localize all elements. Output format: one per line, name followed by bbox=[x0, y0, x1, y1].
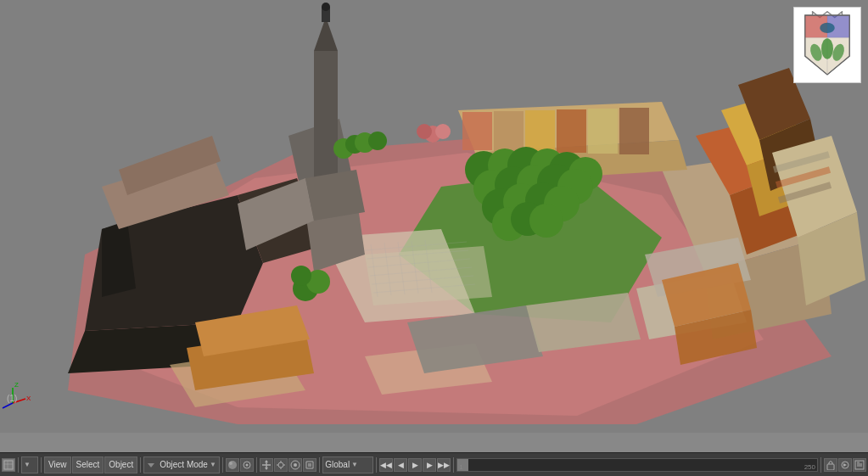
separator-4 bbox=[222, 457, 223, 473]
timeline-rewind-icon[interactable]: ◀◀ bbox=[379, 458, 393, 472]
svg-marker-113 bbox=[265, 468, 268, 470]
svg-point-67 bbox=[435, 124, 451, 139]
svg-marker-112 bbox=[265, 460, 268, 462]
separator-5 bbox=[256, 457, 257, 473]
frame-markers: 1 250 bbox=[457, 459, 817, 471]
svg-rect-102 bbox=[4, 461, 13, 469]
svg-marker-17 bbox=[305, 170, 365, 221]
separator-8 bbox=[453, 457, 454, 473]
svg-point-98 bbox=[821, 38, 833, 59]
svg-rect-12 bbox=[314, 51, 338, 178]
proportional-icon[interactable] bbox=[288, 458, 302, 472]
select-menu[interactable]: Select bbox=[72, 456, 104, 473]
svg-point-106 bbox=[228, 461, 237, 469]
svg-point-107 bbox=[229, 462, 232, 465]
object-menu[interactable]: Object bbox=[104, 456, 137, 473]
separator-1 bbox=[18, 457, 19, 473]
viewport-icon-group bbox=[226, 458, 254, 472]
toolbar: ▼ View Select Object Object Mode ▼ bbox=[0, 452, 868, 476]
svg-point-58 bbox=[529, 204, 563, 238]
coat-of-arms bbox=[798, 11, 857, 79]
transform-icon[interactable] bbox=[260, 458, 273, 472]
mode-dropdown[interactable]: Object Mode ▼ bbox=[143, 456, 220, 473]
timeline-next-icon[interactable]: ▶ bbox=[423, 458, 436, 472]
mode-icon bbox=[146, 460, 156, 470]
global-label: Global bbox=[325, 460, 350, 469]
svg-rect-40 bbox=[619, 108, 649, 154]
timeline-prev-icon[interactable]: ◀ bbox=[394, 458, 407, 472]
scene-dropdown[interactable]: ▼ bbox=[21, 456, 38, 473]
scene-icon[interactable] bbox=[2, 458, 15, 472]
global-dropdown-arrow: ▼ bbox=[351, 461, 358, 468]
svg-rect-39 bbox=[588, 109, 618, 154]
svg-text:X: X bbox=[26, 395, 31, 402]
view-solid-icon[interactable] bbox=[226, 458, 239, 472]
lock-icon[interactable] bbox=[824, 458, 837, 472]
render-icon[interactable] bbox=[838, 458, 852, 472]
svg-point-114 bbox=[278, 462, 283, 468]
separator-9 bbox=[820, 457, 821, 473]
svg-point-120 bbox=[294, 463, 297, 467]
mode-dropdown-arrow: ▼ bbox=[210, 461, 216, 468]
view-pivot-icon[interactable] bbox=[240, 458, 254, 472]
scene-svg: X Z Y bbox=[0, 0, 868, 433]
separator-3 bbox=[140, 457, 141, 473]
timeline-play-icon[interactable]: ▶ bbox=[408, 458, 422, 472]
svg-point-15 bbox=[322, 3, 330, 11]
svg-point-65 bbox=[368, 132, 387, 150]
timeline-end-icon[interactable]: ▶▶ bbox=[437, 458, 451, 472]
separator-2 bbox=[41, 457, 42, 473]
svg-point-68 bbox=[417, 124, 432, 139]
uv-icon[interactable] bbox=[303, 458, 316, 472]
mode-label: Object Mode bbox=[160, 460, 208, 469]
frame-scrubber[interactable]: 1 250 bbox=[456, 458, 818, 472]
separator-6 bbox=[319, 457, 320, 473]
info-icon[interactable] bbox=[853, 458, 866, 472]
svg-text:Z: Z bbox=[14, 381, 19, 389]
scene-dropdown-arrow: ▼ bbox=[24, 461, 31, 468]
timeline-area: ◀◀ ◀ ▶ ▶ ▶▶ 1 250 bbox=[379, 457, 866, 473]
frame-number: (1) bbox=[7, 394, 17, 403]
svg-rect-36 bbox=[494, 111, 524, 151]
global-dropdown[interactable]: Global ▼ bbox=[322, 456, 373, 473]
tool-icon-group bbox=[260, 458, 316, 472]
svg-marker-105 bbox=[148, 463, 154, 468]
logo-badge bbox=[793, 7, 861, 83]
svg-rect-37 bbox=[525, 110, 555, 152]
svg-point-61 bbox=[291, 266, 311, 286]
3d-viewport[interactable]: X Z Y (1) bbox=[0, 0, 868, 433]
svg-point-101 bbox=[820, 23, 835, 33]
svg-rect-35 bbox=[462, 112, 492, 150]
svg-rect-38 bbox=[557, 109, 586, 153]
svg-marker-122 bbox=[308, 463, 311, 467]
view-menu[interactable]: View bbox=[44, 456, 71, 473]
svg-rect-123 bbox=[827, 464, 834, 470]
separator-7 bbox=[376, 457, 377, 473]
snap-icon[interactable] bbox=[274, 458, 288, 472]
svg-point-109 bbox=[246, 463, 249, 466]
